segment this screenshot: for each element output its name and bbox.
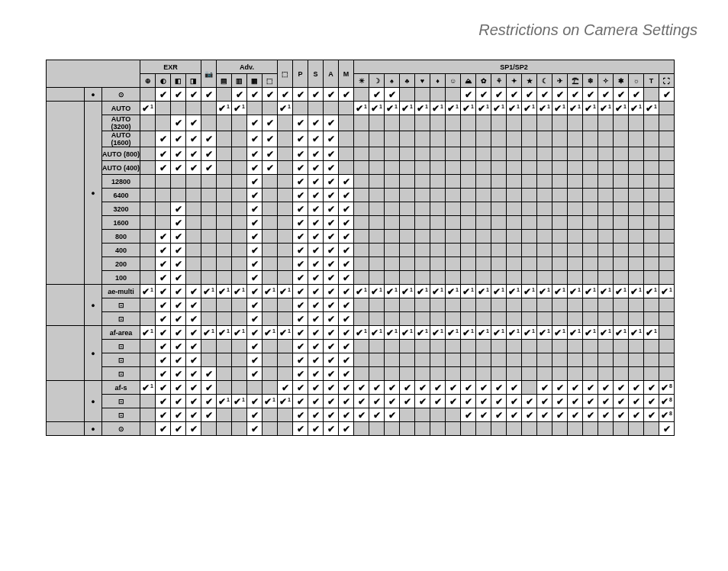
- cell: [461, 161, 476, 175]
- row-label: af-s: [102, 381, 140, 395]
- cell: [568, 244, 583, 257]
- cell: ✔1: [354, 326, 369, 340]
- cell: [644, 131, 659, 147]
- cell: [247, 102, 263, 115]
- cell: [537, 298, 552, 312]
- cell: ✔: [201, 408, 217, 422]
- cell: [598, 340, 614, 353]
- cell: ✔: [247, 202, 263, 216]
- cell: ✔: [156, 353, 171, 367]
- cell: ✔: [598, 88, 614, 102]
- cell: [598, 353, 614, 367]
- cell: [522, 298, 537, 312]
- cell: ✔: [324, 202, 339, 216]
- cell: [568, 189, 583, 202]
- cell: ✔1: [263, 285, 278, 298]
- cell: [430, 257, 446, 271]
- cell: [232, 298, 247, 312]
- cell: [659, 326, 675, 340]
- cell: ✔: [247, 189, 263, 202]
- cell: [491, 353, 507, 367]
- cell: [354, 216, 369, 230]
- cell: [507, 244, 522, 257]
- cell: ✔1: [644, 326, 659, 340]
- cell: [552, 230, 568, 244]
- cell: [415, 202, 430, 216]
- cell: [232, 244, 247, 257]
- cell: ✔: [293, 408, 308, 422]
- cell: ✔: [156, 147, 171, 161]
- cell: [568, 422, 583, 436]
- cell: [644, 422, 659, 436]
- cell: [385, 216, 400, 230]
- cell: [217, 381, 232, 395]
- cell: ✔1: [568, 326, 583, 340]
- cell: [491, 147, 507, 161]
- cell: [354, 353, 369, 367]
- cell: [400, 408, 415, 422]
- cell: ✔1: [522, 326, 537, 340]
- cell: [659, 131, 675, 147]
- cell: [552, 202, 568, 216]
- cell: [568, 115, 583, 131]
- cell: [659, 312, 675, 326]
- cell: [659, 102, 675, 115]
- cell: [461, 298, 476, 312]
- cell: [522, 161, 537, 175]
- cell: [614, 244, 629, 257]
- category-iso: ●: [85, 102, 102, 285]
- cell: ✔1: [629, 102, 644, 115]
- cell: [507, 161, 522, 175]
- cell: [614, 216, 629, 230]
- cell: [324, 102, 339, 115]
- cell: [369, 312, 385, 326]
- cell: ✔: [247, 175, 263, 189]
- cell: [568, 230, 583, 244]
- cell: [415, 408, 430, 422]
- cell: [385, 189, 400, 202]
- cell: [232, 257, 247, 271]
- cell: ✔: [171, 271, 186, 285]
- cell: [583, 230, 598, 244]
- cell: [583, 422, 598, 436]
- cell: ✔: [644, 408, 659, 422]
- cell: [140, 216, 156, 230]
- cell: ✔: [293, 230, 308, 244]
- cell: ✔: [186, 340, 201, 353]
- cell: [354, 230, 369, 244]
- row-label: AUTO (3200): [102, 115, 140, 131]
- cell: ✔: [522, 408, 537, 422]
- cell: ✔: [339, 216, 354, 230]
- cell: ✔: [430, 395, 446, 408]
- cell: ✔: [324, 298, 339, 312]
- cell: [263, 230, 278, 244]
- cell: ✔: [308, 353, 324, 367]
- cell: ✔: [461, 381, 476, 395]
- cell: [385, 257, 400, 271]
- cell: [614, 422, 629, 436]
- cell: [415, 175, 430, 189]
- cell: [629, 202, 644, 216]
- cell: [217, 408, 232, 422]
- cell: [247, 381, 263, 395]
- row-label: 1600: [102, 216, 140, 230]
- cell: [446, 312, 461, 326]
- cell: [629, 131, 644, 147]
- cell: ✔: [308, 131, 324, 147]
- cell: ✔: [171, 353, 186, 367]
- cell: [659, 115, 675, 131]
- cell: [583, 115, 598, 131]
- cell: ✔: [308, 202, 324, 216]
- cell: [278, 131, 293, 147]
- cell: [446, 88, 461, 102]
- cell: [537, 147, 552, 161]
- cell: [430, 312, 446, 326]
- cell: ✔: [629, 88, 644, 102]
- cell: ✔: [278, 381, 293, 395]
- cell: ✔: [629, 408, 644, 422]
- cell: [629, 298, 644, 312]
- cell: ✔: [308, 340, 324, 353]
- cell: ✔: [293, 422, 308, 436]
- cell: [156, 102, 171, 115]
- cell: ✔: [324, 367, 339, 381]
